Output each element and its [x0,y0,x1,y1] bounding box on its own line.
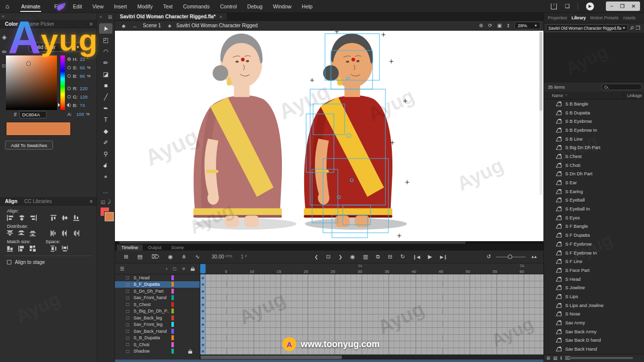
layer-row[interactable]: ▢ Sav_Back_Hand [115,328,200,335]
highlight-column-icon[interactable]: • [166,266,167,271]
layer-frames-row[interactable] [200,328,543,335]
document-tab[interactable]: Savitri Old Woman Character Rigged.fla* … [115,13,227,20]
library-item-row[interactable]: S Earing [544,187,644,196]
zoom-level-dropdown[interactable]: 28% ▼ [515,22,540,29]
breadcrumb-scene[interactable]: Scene 1 [143,23,161,28]
library-item-row[interactable]: S Eyeball [544,196,644,205]
sort-ascending-icon[interactable]: ↑ [565,93,567,98]
library-scrollbar[interactable] [570,357,633,359]
workspace-icon[interactable]: ❏ [565,3,570,9]
right-panel-tab[interactable]: Properties [548,15,567,20]
sb-cursor[interactable] [26,61,31,66]
new-folder-icon[interactable]: ▤ [553,356,558,361]
library-item-row[interactable]: S Jowline [544,283,644,292]
b-radio[interactable] [67,74,71,78]
layer-color-chip[interactable] [171,315,174,320]
close-button[interactable]: ✕ [632,3,636,9]
edit-multiple-frames-icon[interactable]: ⧉ [376,254,380,260]
library-item-row[interactable]: S F Dupatta [544,231,644,240]
tool-button[interactable]: ⌖ [99,171,112,182]
align-top-icon[interactable] [51,215,57,221]
library-item-row[interactable]: S Lips and Jowline [544,301,644,310]
library-search-box[interactable] [601,84,642,90]
distribute-right-icon[interactable] [73,230,80,236]
tool-button[interactable]: ➤ [99,23,112,34]
close-tab-icon[interactable]: × [219,14,222,19]
layer-color-chip[interactable] [171,349,174,354]
h-radio[interactable] [67,57,71,61]
left-character[interactable] [193,34,296,230]
frame-ruler[interactable]: 1s 2s 51015202530354045505560 [200,263,543,274]
layer-parenting-icon[interactable]: ⋔ [182,254,186,260]
onion-markers-icon[interactable]: ⊟ [388,254,392,260]
layer-frames-row[interactable] [200,301,543,308]
default-colors-icon[interactable]: ◱ [101,200,106,205]
name-column-header[interactable]: Name [552,93,563,98]
pin-library-icon[interactable]: ⚲ [629,25,635,31]
layer-row[interactable]: ▢ S_Chest [115,301,200,308]
library-item-row[interactable]: Sav Back Army [544,327,644,336]
library-item-row[interactable]: S F Eyebrow [544,240,644,249]
right-panel-tab[interactable]: Assets [623,15,636,20]
timeline-zoom-max-icon[interactable]: ▲▲ [531,255,537,259]
library-item-row[interactable]: S B Eyebrow In [544,126,644,135]
new-layer-icon[interactable]: ⊞ [124,254,128,260]
canvas-vertical-scrollbar[interactable] [539,32,542,195]
layer-row[interactable]: ▢ Sav_Front_hand [115,295,200,302]
layer-color-chip[interactable] [171,342,174,347]
layer-color-chip[interactable] [171,289,174,294]
home-icon[interactable]: ⌂ [5,2,9,10]
align-center-h-icon[interactable] [18,215,25,221]
linkage-column-header[interactable]: Linkage [627,93,642,98]
current-color-swatch[interactable] [6,122,71,136]
timeline-frames-area[interactable]: 1s 2s 51015202530354045505560 [200,263,543,362]
tool-button[interactable]: ✏ [99,57,112,68]
fill-bucket-icon[interactable]: ◈ [2,34,7,41]
swap-colors-icon[interactable]: ⤸ [108,199,110,205]
new-symbol-icon[interactable]: ⊞ [546,356,550,361]
library-item-row[interactable]: S Nose [544,310,644,319]
tool-button[interactable]: ◠ [99,46,112,56]
more-tools-icon[interactable]: … [103,188,109,194]
app-menu-animate[interactable]: Animate [20,1,42,12]
layer-row[interactable]: ▢ Sav_Back_leg [115,314,200,321]
visibility-column-icon[interactable]: ⊘ [182,266,185,271]
playhead[interactable] [200,264,206,273]
saturation-brightness-picker[interactable] [6,55,57,110]
stroke-pencil-icon[interactable]: ✏ [2,49,7,55]
tool-button[interactable]: ✐ [99,137,112,148]
camera-icon[interactable]: ◉ [168,254,173,260]
match-width-icon[interactable] [7,246,14,252]
tool-button[interactable]: T [99,114,112,125]
tab-color[interactable]: Color [5,21,18,27]
layer-frames-row[interactable] [200,321,543,328]
hue-slider[interactable] [60,55,65,110]
color-type-dropdown[interactable]: Solid color ▼ [29,43,83,52]
collapse-panel-icon[interactable]: « [0,13,97,20]
library-item-row[interactable]: S F Line [544,257,644,266]
stage-canvas[interactable] [115,31,543,241]
rotate-stage-icon[interactable]: ⟳ [488,23,492,28]
layer-row[interactable]: ▢ S_F_Dupatta [115,281,200,288]
distribute-top-icon[interactable] [7,230,14,236]
tool-button[interactable]: ✒ [99,103,112,113]
library-item-row[interactable]: S B Bangle [544,100,644,108]
align-right-icon[interactable] [30,215,37,221]
lock-column-icon[interactable] [191,266,195,271]
library-item-row[interactable]: S Eyes [544,213,644,222]
menu-item[interactable]: Text [163,3,172,9]
panel-menu-icon[interactable]: ≡ [90,199,93,204]
library-item-row[interactable]: S Ear [544,178,644,187]
frame-rate-display[interactable]: 30.00 FPS 1 F [212,254,247,259]
g-radio[interactable] [67,95,71,99]
layer-frames-row[interactable] [200,288,543,295]
layer-frames-row[interactable] [200,295,543,302]
stroke-color-swatch[interactable] [101,207,109,216]
layer-color-chip[interactable] [171,302,174,307]
right-panel-tab[interactable]: Library [572,15,586,20]
menu-item[interactable]: Control [220,3,237,9]
fill-color-swatch[interactable] [105,212,114,221]
step-back-icon[interactable]: ❙◀ [413,255,420,259]
library-item-row[interactable]: S Lips [544,292,644,301]
outline-column-icon[interactable]: ▢ [173,266,177,271]
